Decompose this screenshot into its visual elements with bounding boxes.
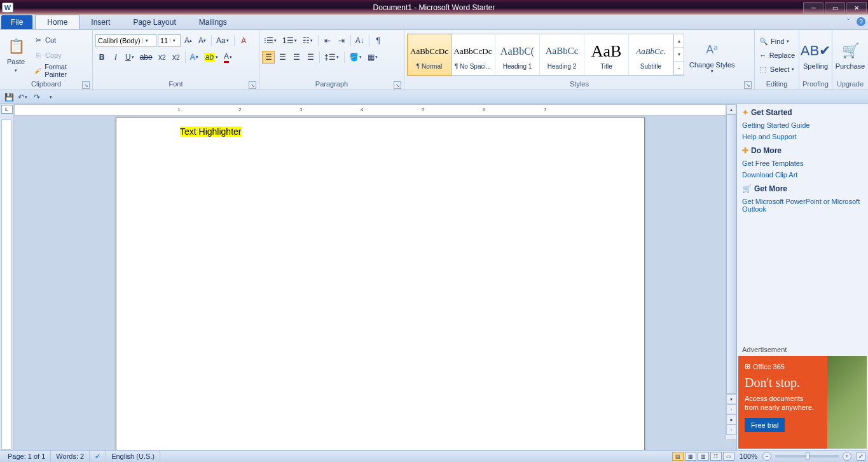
purchase-button[interactable]: 🛒 Purchase <box>835 31 865 79</box>
advertisement-body[interactable]: ⊞Office 365 Don't stop. Access documents… <box>738 356 867 449</box>
word-app-icon[interactable]: W <box>2 3 13 13</box>
browse-object-button[interactable]: ● <box>726 414 736 425</box>
underline-button[interactable]: U▾ <box>123 51 137 64</box>
tab-selector[interactable]: L <box>1 105 13 114</box>
styles-launcher[interactable]: ↘ <box>744 81 752 89</box>
multilevel-list-button[interactable]: ☷▾ <box>301 34 315 47</box>
zoom-in-button[interactable]: + <box>843 452 851 461</box>
minimize-ribbon-icon[interactable]: ˇ <box>844 17 853 26</box>
tab-insert[interactable]: Insert <box>79 15 121 29</box>
align-center-button[interactable]: ☰ <box>276 51 289 64</box>
paragraph-launcher[interactable]: ↘ <box>394 81 401 89</box>
print-layout-view-button[interactable]: ▤ <box>672 452 684 461</box>
free-trial-button[interactable]: Free trial <box>745 418 785 432</box>
word-count[interactable]: Words: 2 <box>51 451 90 462</box>
select-button[interactable]: ⬚Select▾ <box>757 62 796 76</box>
increase-indent-button[interactable]: ⇥ <box>335 34 348 47</box>
highlight-color-button[interactable]: ab▾ <box>202 51 221 64</box>
vertical-ruler[interactable] <box>1 119 11 450</box>
superscript-button[interactable]: x2 <box>170 51 183 64</box>
draft-view-button[interactable]: ▭ <box>723 452 734 461</box>
font-size-combo[interactable]: 11▾ <box>158 34 181 47</box>
style-item-heading-2[interactable]: AaBbCcHeading 2 <box>540 34 584 75</box>
scroll-thumb[interactable] <box>726 114 736 394</box>
previous-page-button[interactable]: ◦ <box>726 404 736 414</box>
numbering-button[interactable]: 1☰▾ <box>280 34 300 47</box>
clipboard-launcher[interactable]: ↘ <box>82 81 90 89</box>
language-indicator[interactable]: English (U.S.) <box>106 451 160 462</box>
zoom-slider[interactable] <box>775 455 839 458</box>
qat-customize-button[interactable]: ▾ <box>45 92 57 103</box>
tab-file[interactable]: File <box>1 15 32 29</box>
next-page-button[interactable]: ◦ <box>726 425 736 435</box>
full-screen-view-button[interactable]: ▦ <box>685 452 696 461</box>
scroll-down-button[interactable]: ▾ <box>726 394 736 404</box>
document-page[interactable]: Text Highlighter <box>116 117 645 450</box>
grow-font-button[interactable]: A▴ <box>182 34 195 47</box>
style-item---no-spaci---[interactable]: AaBbCcDc¶ No Spaci... <box>451 34 495 75</box>
copy-button[interactable]: ⎘Copy <box>32 48 90 62</box>
zoom-fit-button[interactable]: ⤢ <box>857 452 865 461</box>
styles-gallery[interactable]: AaBbCcDc¶ NormalAaBbCcDc¶ No Spaci...AaB… <box>407 34 684 76</box>
scroll-up-button[interactable]: ▴ <box>726 104 736 114</box>
tab-mailings[interactable]: Mailings <box>188 15 238 29</box>
tab-page-layout[interactable]: Page Layout <box>121 15 187 29</box>
tab-home[interactable]: Home <box>35 15 79 29</box>
gallery-more[interactable]: ⌄ <box>674 62 684 75</box>
minimize-button[interactable]: ─ <box>803 2 823 13</box>
proofing-status[interactable]: ✔ <box>90 451 106 462</box>
gallery-row-up[interactable]: ▴ <box>674 34 684 48</box>
document-text[interactable]: Text Highlighter <box>180 126 242 137</box>
paste-button[interactable]: 📋 Paste▾ <box>3 31 29 79</box>
bullets-button[interactable]: ⁝☰▾ <box>262 34 279 47</box>
download-clip-art-link[interactable]: Download Clip Art <box>742 169 863 180</box>
zoom-slider-handle[interactable] <box>806 452 809 460</box>
style-item-heading-1[interactable]: AaBbC(Heading 1 <box>495 34 540 75</box>
save-button[interactable]: 💾 <box>3 92 15 103</box>
zoom-level[interactable]: 100% <box>736 452 761 460</box>
redo-button[interactable]: ↷ <box>31 92 43 103</box>
help-and-support-link[interactable]: Help and Support <box>742 131 863 142</box>
get-powerpoint-outlook-link[interactable]: Get Microsoft PowerPoint or Microsoft Ou… <box>742 196 863 215</box>
outline-view-button[interactable]: ☷ <box>710 452 722 461</box>
shrink-font-button[interactable]: A▾ <box>196 34 209 47</box>
spelling-button[interactable]: AB✔ Spelling <box>802 31 829 79</box>
gallery-row-down[interactable]: ▾ <box>674 48 684 61</box>
font-launcher[interactable]: ↘ <box>249 81 256 89</box>
bold-button[interactable]: B <box>95 51 108 64</box>
font-color-button[interactable]: A▾ <box>222 51 235 64</box>
style-item-subtitle[interactable]: AaBbCc.Subtitle <box>629 34 673 75</box>
getting-started-guide-link[interactable]: Getting Started Guide <box>742 119 863 131</box>
subscript-button[interactable]: x2 <box>156 51 169 64</box>
cut-button[interactable]: ✂Cut <box>32 33 90 47</box>
zoom-out-button[interactable]: − <box>762 452 771 461</box>
align-left-button[interactable]: ☰ <box>262 51 275 64</box>
line-spacing-button[interactable]: ‡☰▾ <box>322 51 341 64</box>
close-button[interactable]: ✕ <box>846 2 867 13</box>
align-right-button[interactable]: ☰ <box>290 51 303 64</box>
strikethrough-button[interactable]: abe <box>138 51 155 64</box>
format-painter-button[interactable]: 🖌Format Painter <box>32 64 90 78</box>
font-name-combo[interactable]: Calibri (Body)▾ <box>95 34 156 47</box>
borders-button[interactable]: ▦▾ <box>366 51 380 64</box>
vertical-scrollbar[interactable]: ▴ ▾ ◦ ● ◦ <box>726 104 736 439</box>
replace-button[interactable]: ↔Replace <box>757 48 796 62</box>
horizontal-ruler[interactable]: 1234567 <box>14 104 735 116</box>
shading-button[interactable]: 🪣▾ <box>347 51 364 64</box>
web-layout-view-button[interactable]: ▥ <box>698 452 709 461</box>
justify-button[interactable]: ☰ <box>304 51 317 64</box>
decrease-indent-button[interactable]: ⇤ <box>321 34 334 47</box>
show-hide-button[interactable]: ¶ <box>372 34 385 47</box>
italic-button[interactable]: I <box>109 51 122 64</box>
style-item---normal[interactable]: AaBbCcDc¶ Normal <box>407 34 451 76</box>
maximize-button[interactable]: ▭ <box>825 2 845 13</box>
page-indicator[interactable]: Page: 1 of 1 <box>3 451 51 462</box>
change-case-button[interactable]: Aa▾ <box>214 34 231 47</box>
undo-button[interactable]: ↶▾ <box>17 92 29 103</box>
style-item-title[interactable]: AaBTitle <box>584 34 629 75</box>
get-free-templates-link[interactable]: Get Free Templates <box>742 158 863 169</box>
change-styles-button[interactable]: Aᵃ Change Styles ▾ <box>687 34 738 79</box>
sort-button[interactable]: A↓ <box>354 34 366 47</box>
text-effects-button[interactable]: A▾ <box>188 51 201 64</box>
find-button[interactable]: 🔍Find▾ <box>757 34 796 48</box>
